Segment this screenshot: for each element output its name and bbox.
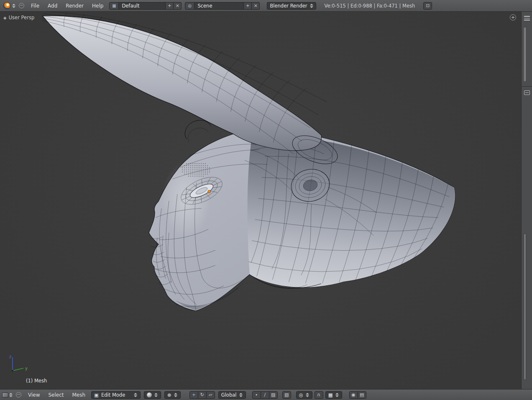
orientation-value: Global <box>221 392 237 398</box>
occlude-geometry-icon[interactable]: ▧ <box>282 391 291 399</box>
render-engine-select[interactable]: Blender Render <box>267 2 316 10</box>
remove-layout-button[interactable]: × <box>174 2 182 10</box>
viewport-view-label: ◈ User Persp <box>3 15 34 21</box>
snap-target-icon: ▦ <box>328 392 333 398</box>
manipulator-scale-icon[interactable]: ▱ <box>206 391 215 399</box>
transform-orientation-select[interactable]: Global <box>218 391 246 399</box>
screen-layout-field[interactable]: Default <box>119 2 166 10</box>
collapse-menus-icon[interactable] <box>16 392 21 397</box>
proportional-edit-icon: ◎ <box>299 392 303 398</box>
screen-datablock-icon[interactable]: ▦ <box>109 2 119 10</box>
mode-select[interactable]: ▣ Edit Mode <box>91 391 141 399</box>
remove-scene-button[interactable]: × <box>252 2 260 10</box>
opengl-render-icon[interactable]: ◉ <box>349 391 358 399</box>
scene-selector: ◎ Scene + × <box>185 2 260 10</box>
snap-magnet-icon[interactable]: ∩ <box>315 391 323 399</box>
menu-mesh[interactable]: Mesh <box>69 391 90 399</box>
opengl-render-group: ◉ ▤ <box>349 391 366 399</box>
menu-render[interactable]: Render <box>62 2 87 10</box>
add-scene-button[interactable]: + <box>244 2 252 10</box>
proportional-arrows-icon <box>306 392 309 397</box>
mode-value: Edit Mode <box>101 392 125 398</box>
edge-select-mode-icon[interactable]: / <box>261 391 269 399</box>
scene-datablock-icon[interactable]: ◎ <box>185 2 194 10</box>
outliner-scrollbar[interactable] <box>523 27 527 82</box>
menu-help[interactable]: Help <box>88 2 107 10</box>
properties-editor-icon[interactable] <box>524 90 530 95</box>
pivot-arrows-icon <box>174 392 178 397</box>
shading-arrows-icon <box>154 392 158 397</box>
collapse-menus-icon[interactable] <box>19 3 24 8</box>
outliner-editor-icon[interactable] <box>524 16 530 21</box>
mode-arrows-icon <box>134 392 138 397</box>
menu-select[interactable]: Select <box>44 391 67 399</box>
orientation-arrows-icon <box>239 392 243 397</box>
screen-layout-selector: ▦ Default + × <box>109 2 182 10</box>
manipulator-group: + ↻ ▱ <box>189 391 215 399</box>
pivot-point-select[interactable]: ⊕ <box>164 391 181 399</box>
view-badge-icon: ◈ <box>3 15 7 20</box>
vertex-select-mode-icon[interactable]: ∙ <box>252 391 261 399</box>
face-select-mode-icon[interactable]: ▨ <box>269 391 278 399</box>
menu-view[interactable]: View <box>24 391 43 399</box>
editor-type-arrows-icon[interactable] <box>9 392 13 397</box>
manipulator-translate-icon[interactable]: + <box>189 391 198 399</box>
opengl-render-anim-icon[interactable]: ▤ <box>358 391 366 399</box>
menu-file[interactable]: File <box>27 2 43 10</box>
engine-arrows-icon <box>310 3 314 8</box>
snap-arrows-icon <box>335 392 339 397</box>
viewport-3d[interactable]: ◈ User Persp + z y (1) Mesh <box>0 12 521 389</box>
axis-y-label: y <box>25 366 28 371</box>
axis-z-label: z <box>9 354 11 359</box>
scene-stats: Ve:0-515 | Ed:0-988 | Fa:0-471 | Mesh <box>324 3 415 9</box>
mesh-model-canvas[interactable] <box>0 12 521 389</box>
right-editor-rail <box>521 12 532 389</box>
add-layout-button[interactable]: + <box>166 2 174 10</box>
viewport-shading-select[interactable] <box>144 391 161 399</box>
scene-field[interactable]: Scene <box>194 2 244 10</box>
proportional-edit-select[interactable]: ◎ <box>296 391 312 399</box>
editor-type-3dview-icon[interactable] <box>2 392 8 397</box>
editor-type-arrows-icon[interactable] <box>12 3 16 8</box>
viewport-header: View Select Mesh ▣ Edit Mode ⊕ + ↻ ▱ Glo… <box>0 389 532 400</box>
render-engine-value: Blender Render <box>270 3 307 9</box>
shading-sphere-icon <box>147 392 152 397</box>
snap-target-select[interactable]: ▦ <box>325 391 342 399</box>
active-object-label: (1) Mesh <box>26 378 47 384</box>
view-name: User Persp <box>9 15 35 21</box>
mode-cube-icon: ▣ <box>94 392 99 398</box>
manipulator-rotate-icon[interactable]: ↻ <box>198 391 207 399</box>
properties-scrollbar[interactable] <box>524 233 526 380</box>
menu-add[interactable]: Add <box>44 2 61 10</box>
select-mode-group: ∙ / ▨ <box>252 391 278 399</box>
top-header: File Add Render Help ▦ Default + × ◎ Sce… <box>0 0 532 12</box>
axis-gizmo: z y <box>6 351 30 376</box>
info-editor-icon[interactable] <box>3 2 10 9</box>
new-window-icon[interactable]: ⊡ <box>423 2 432 10</box>
open-properties-shelf-icon[interactable]: + <box>510 14 516 21</box>
pivot-icon: ⊕ <box>167 392 171 398</box>
